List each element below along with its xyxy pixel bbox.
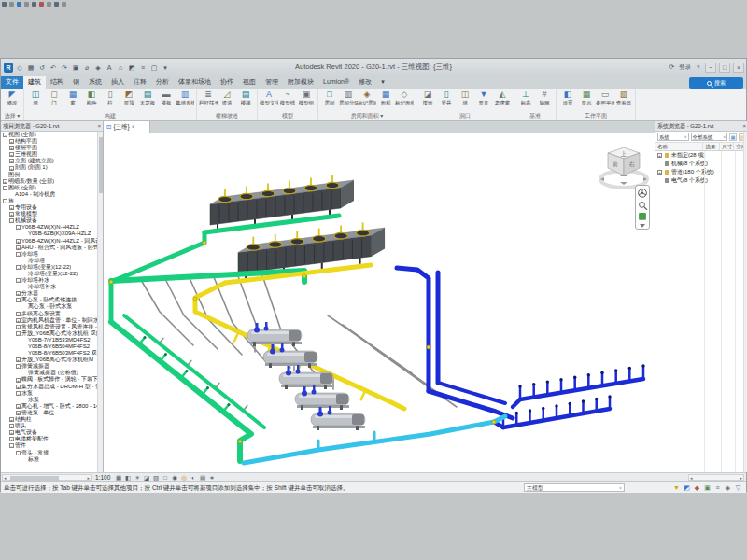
tree-item[interactable]: 弹簧减振器 (公称值) [1,370,97,376]
room-button[interactable]: □房间 [320,90,339,106]
ribbon-tab-修改[interactable]: 修改 [354,76,376,89]
customize-qat-icon[interactable]: ▾ [161,63,170,73]
expand-icon[interactable]: + [16,411,21,415]
column-header-名称[interactable]: 名称 [655,143,703,150]
expand-icon[interactable]: + [657,170,662,175]
collapse-icon[interactable]: - [3,133,7,137]
tree-item[interactable]: Y06B-7/Y1B533MD4FS2 [1,337,97,343]
ribbon-tab-视图[interactable]: 视图 [238,76,261,89]
pinned-select-icon[interactable]: ◈ [724,483,732,492]
collapse-icon[interactable]: - [16,298,21,302]
tree-item[interactable]: -视图 (全部) [1,132,97,138]
railing-button[interactable]: ≣栏杆扶手 [199,90,218,106]
scroll-right-icon[interactable]: ▸ [87,476,90,481]
room-separator-button[interactable]: ▥房间分隔 [339,90,358,106]
tree-item[interactable]: +三维视图 [1,151,97,158]
window-button[interactable]: ▦窗 [63,90,82,106]
measure-icon[interactable]: ⌀ [82,63,92,73]
ribbon-tab-▾[interactable]: ▾ [376,76,389,89]
expand-icon[interactable]: + [16,239,21,244]
tree-item[interactable]: +楼层平面 [1,145,97,151]
tree-item[interactable]: +立面 (建筑立面) [1,158,97,164]
stair-button[interactable]: ▤楼梯 [236,90,255,106]
tree-item[interactable]: -弹簧减振器 [1,363,97,370]
tree-item[interactable]: -弯头 - 常规 [1,450,97,456]
expand-icon[interactable]: + [9,139,14,144]
redo-icon[interactable]: ↷ [60,63,69,73]
expand-icon[interactable]: + [16,385,21,389]
ramp-button[interactable]: ◿坡道 [218,90,236,106]
sync-status-icon[interactable]: ⟳ [668,63,676,71]
tree-item[interactable]: +分水器 [1,290,97,297]
tree-item[interactable]: +剖面 (剖面 1) [1,164,97,171]
tree-item[interactable]: +开放_Y06B离心式冷水机组M [1,357,97,363]
tree-item[interactable]: 冷却塔补水 [1,284,97,290]
expand-icon[interactable]: + [3,179,7,184]
tree-item[interactable]: Y06B-8/Y6B504MF4FS2 [1,343,97,350]
tree-item[interactable]: 冷却塔 [1,258,97,264]
collapse-icon[interactable]: - [16,391,21,396]
scroll-left-icon[interactable]: ◂ [4,476,7,481]
switch-windows-icon[interactable]: ▢ [149,63,159,73]
system-type-select[interactable]: 系统∨ [657,133,689,141]
ribbon-tab-结构[interactable]: 结构 [46,76,68,89]
level-button[interactable]: ⊥标高 [516,90,535,106]
wall-button[interactable]: ◫墙 [26,90,45,106]
expand-icon[interactable]: + [9,430,14,435]
column-header-流量[interactable]: 流量 [703,143,720,150]
system-filter-select[interactable]: 全部系统∨ [691,133,728,141]
section-icon[interactable]: ◩ [127,63,136,73]
wall-opening-button[interactable]: ◫墙 [456,90,474,106]
tree-item[interactable]: +集分水器总成 - DROM-H 型 - 管螺纹 - 100-175-Ch [1,384,97,390]
expand-icon[interactable]: + [9,417,14,422]
print-icon[interactable]: ▣ [71,63,80,73]
tree-item[interactable]: -族 [1,198,97,204]
system-browser-row[interactable]: +管道(180 个系统) [655,168,747,176]
grid-button[interactable]: #轴网 [535,90,554,106]
tree-item[interactable]: -冷却塔 [1,251,97,258]
tree-item[interactable]: +管道泵 - 单位 [1,410,97,416]
modify-button[interactable]: ◤修改 [3,90,21,106]
collapse-icon[interactable]: - [16,278,21,283]
save-icon[interactable]: ▦ [26,63,35,73]
roof-button[interactable]: ◩屋顶 [120,90,138,106]
tree-item[interactable]: 水泵 [1,397,97,403]
design-options-icon[interactable]: ◩ [683,483,691,492]
floor-button[interactable]: ▬楼板 [157,90,176,106]
tree-item[interactable]: -冷却塔(变量)(12-22) [1,264,97,271]
column-header-尺寸[interactable]: 尺寸 [720,143,734,150]
horizontal-scrollbar-right[interactable]: ◂ ▸ [688,474,744,481]
expand-icon[interactable]: + [16,357,21,362]
system-browser-scrollbar[interactable] [743,132,747,472]
thin-lines-icon[interactable]: ≡ [138,63,148,73]
tree-item[interactable]: -图纸 (全部) [1,185,97,191]
expand-icon[interactable]: + [16,378,21,383]
ribbon-tab-管理[interactable]: 管理 [261,76,283,89]
collapse-icon[interactable]: - [3,199,7,203]
collapse-icon[interactable]: - [16,252,21,257]
project-browser-close-icon[interactable]: × [97,123,101,129]
blue-chilled-water-return-pipes[interactable] [397,268,643,427]
expand-icon[interactable]: + [16,404,21,409]
tree-item[interactable]: +常规风机盘管设置 - 风管连接 - 后视图 [1,324,97,330]
ribbon-tab-分析[interactable]: 分析 [151,76,174,89]
revit-logo[interactable]: R [4,63,13,73]
expand-icon[interactable]: + [9,146,14,150]
tree-item[interactable]: +电缆桥架配件 [1,436,97,442]
ref-plane-button[interactable]: ▭参照平面 [596,90,614,106]
expand-icon[interactable]: + [16,318,21,323]
tree-item[interactable]: -Y06B-4ZW(X)N-H4ZLZ [1,224,97,231]
undo-icon[interactable]: ↶ [49,63,58,73]
model-text-button[interactable]: A模型文字 [260,90,278,106]
system-browser-row[interactable]: 机械(8 个系统) [655,160,747,168]
project-browser-header[interactable]: 项目浏览器 - G20-1.rvt × [1,121,103,132]
system-browser-close-icon[interactable]: × [742,123,746,129]
tree-item[interactable]: +明细表/数量 (全部) [1,178,97,185]
collapse-icon[interactable]: - [3,186,7,190]
collapse-icon[interactable]: - [16,364,21,369]
tree-item[interactable]: -离心泵 - 卧式柔性连接 [1,297,97,303]
ribbon-tab-file[interactable]: 文件 [1,76,23,89]
ribbon-tab-协作[interactable]: 协作 [216,76,238,89]
links-select-icon[interactable]: ≡ [713,483,722,492]
ribbon-tab-Lumion®[interactable]: Lumion® [318,76,354,89]
